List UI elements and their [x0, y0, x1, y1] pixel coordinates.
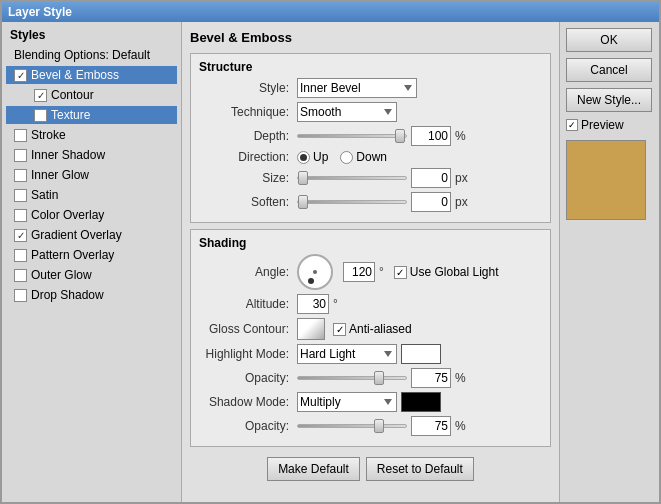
shadow-opacity-slider[interactable]: [297, 424, 407, 428]
sidebar-item-blending-options[interactable]: Blending Options: Default: [6, 46, 177, 64]
sidebar-item-stroke[interactable]: Stroke: [6, 126, 177, 144]
shadow-opacity-label: Opacity:: [199, 419, 289, 433]
sidebar-item-inner-glow[interactable]: Inner Glow: [6, 166, 177, 184]
title-bar: Layer Style: [2, 2, 659, 22]
ok-button[interactable]: OK: [566, 28, 652, 52]
use-global-light-checkbox[interactable]: [394, 266, 407, 279]
drop-shadow-checkbox[interactable]: [14, 289, 27, 302]
window-title: Layer Style: [8, 5, 72, 19]
bottom-buttons: Make Default Reset to Default: [190, 457, 551, 481]
soften-slider[interactable]: [297, 200, 407, 204]
size-row: Size: px: [199, 168, 542, 188]
shadow-color-swatch[interactable]: [401, 392, 441, 412]
shadow-mode-select[interactable]: Multiply Normal Screen: [297, 392, 397, 412]
gradient-overlay-checkbox[interactable]: [14, 229, 27, 242]
sidebar-item-pattern-overlay[interactable]: Pattern Overlay: [6, 246, 177, 264]
structure-section: Structure Style: Inner Bevel Outer Bevel…: [190, 53, 551, 223]
preview-box: [566, 140, 646, 220]
direction-down-radio[interactable]: [340, 151, 353, 164]
new-style-button[interactable]: New Style...: [566, 88, 652, 112]
highlight-mode-select[interactable]: Hard Light Normal Multiply: [297, 344, 397, 364]
altitude-control: °: [297, 294, 338, 314]
satin-checkbox[interactable]: [14, 189, 27, 202]
sidebar-item-texture[interactable]: Texture: [6, 106, 177, 124]
depth-row: Depth: %: [199, 126, 542, 146]
reset-to-default-button[interactable]: Reset to Default: [366, 457, 474, 481]
gloss-contour-control: Anti-aliased: [297, 318, 412, 340]
sidebar-item-outer-glow[interactable]: Outer Glow: [6, 266, 177, 284]
soften-unit: px: [455, 195, 468, 209]
sidebar-item-satin[interactable]: Satin: [6, 186, 177, 204]
sidebar-item-inner-shadow[interactable]: Inner Shadow: [6, 146, 177, 164]
shading-section: Shading Angle: ° Use Global Light: [190, 229, 551, 447]
highlight-mode-row: Highlight Mode: Hard Light Normal Multip…: [199, 344, 542, 364]
highlight-color-swatch[interactable]: [401, 344, 441, 364]
section-title: Bevel & Emboss: [190, 30, 551, 45]
angle-dial[interactable]: [297, 254, 333, 290]
shadow-opacity-input[interactable]: [411, 416, 451, 436]
technique-select[interactable]: Smooth Chisel Hard: [297, 102, 397, 122]
bevel-emboss-checkbox[interactable]: [14, 69, 27, 82]
layer-style-window: Layer Style Styles Blending Options: Def…: [0, 0, 661, 504]
shadow-opacity-row: Opacity: %: [199, 416, 542, 436]
pattern-overlay-checkbox[interactable]: [14, 249, 27, 262]
size-slider[interactable]: [297, 176, 407, 180]
dial-center: [313, 270, 317, 274]
contour-checkbox[interactable]: [34, 89, 47, 102]
direction-label: Direction:: [199, 150, 289, 164]
inner-shadow-label: Inner Shadow: [31, 148, 105, 162]
soften-row: Soften: px: [199, 192, 542, 212]
inner-glow-checkbox[interactable]: [14, 169, 27, 182]
gloss-contour-label: Gloss Contour:: [199, 322, 289, 336]
direction-down-option[interactable]: Down: [340, 150, 387, 164]
stroke-checkbox[interactable]: [14, 129, 27, 142]
depth-slider[interactable]: [297, 134, 407, 138]
technique-label: Technique:: [199, 105, 289, 119]
make-default-button[interactable]: Make Default: [267, 457, 360, 481]
gloss-contour-preview[interactable]: [297, 318, 325, 340]
cancel-button[interactable]: Cancel: [566, 58, 652, 82]
sidebar-item-color-overlay[interactable]: Color Overlay: [6, 206, 177, 224]
size-input[interactable]: [411, 168, 451, 188]
depth-control: %: [297, 126, 466, 146]
anti-aliased-label: Anti-aliased: [349, 322, 412, 336]
inner-shadow-checkbox[interactable]: [14, 149, 27, 162]
angle-label: Angle:: [199, 265, 289, 279]
texture-checkbox[interactable]: [34, 109, 47, 122]
direction-up-option[interactable]: Up: [297, 150, 328, 164]
altitude-row: Altitude: °: [199, 294, 542, 314]
outer-glow-checkbox[interactable]: [14, 269, 27, 282]
stroke-label: Stroke: [31, 128, 66, 142]
direction-row: Direction: Up Down: [199, 150, 542, 164]
sidebar-item-gradient-overlay[interactable]: Gradient Overlay: [6, 226, 177, 244]
style-select[interactable]: Inner Bevel Outer Bevel Emboss: [297, 78, 417, 98]
highlight-opacity-input[interactable]: [411, 368, 451, 388]
direction-up-radio[interactable]: [297, 151, 310, 164]
sidebar-item-bevel-emboss[interactable]: Bevel & Emboss: [6, 66, 177, 84]
depth-unit: %: [455, 129, 466, 143]
highlight-opacity-unit: %: [455, 371, 466, 385]
use-global-light-label: Use Global Light: [410, 265, 499, 279]
outer-glow-label: Outer Glow: [31, 268, 92, 282]
angle-input[interactable]: [343, 262, 375, 282]
soften-input[interactable]: [411, 192, 451, 212]
preview-checkbox[interactable]: ✓: [566, 119, 578, 131]
depth-input[interactable]: [411, 126, 451, 146]
sidebar-styles-title: Styles: [6, 26, 177, 44]
texture-label: Texture: [51, 108, 90, 122]
anti-aliased-checkbox[interactable]: [333, 323, 346, 336]
size-control: px: [297, 168, 468, 188]
pattern-overlay-label: Pattern Overlay: [31, 248, 114, 262]
direction-control: Up Down: [297, 150, 387, 164]
use-global-light-control: Use Global Light: [394, 265, 499, 279]
sidebar-item-drop-shadow[interactable]: Drop Shadow: [6, 286, 177, 304]
size-label: Size:: [199, 171, 289, 185]
sidebar-item-contour[interactable]: Contour: [6, 86, 177, 104]
technique-row: Technique: Smooth Chisel Hard: [199, 102, 542, 122]
altitude-input[interactable]: [297, 294, 329, 314]
color-overlay-checkbox[interactable]: [14, 209, 27, 222]
highlight-opacity-slider[interactable]: [297, 376, 407, 380]
shading-title: Shading: [199, 236, 542, 250]
soften-control: px: [297, 192, 468, 212]
style-label: Style:: [199, 81, 289, 95]
